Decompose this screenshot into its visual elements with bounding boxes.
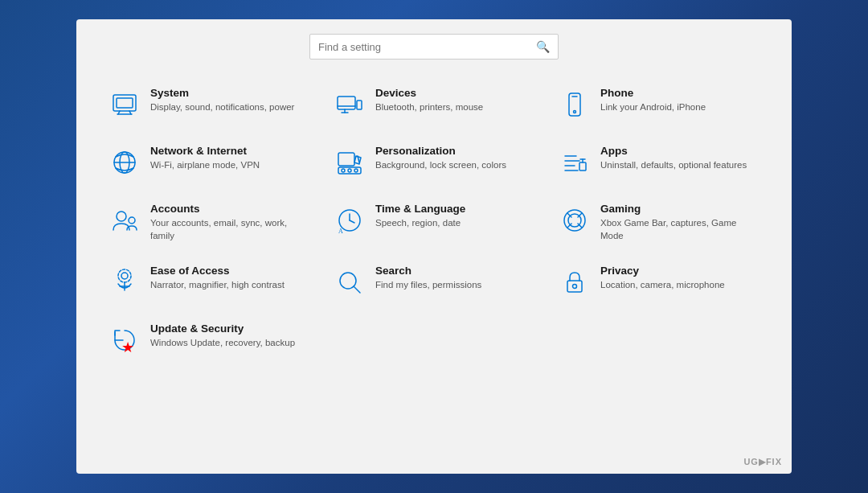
search-desc: Find my files, permissions xyxy=(375,278,481,291)
svg-text:A: A xyxy=(338,228,343,235)
svg-point-21 xyxy=(354,169,358,172)
svg-point-12 xyxy=(574,111,576,113)
network-desc: Wi-Fi, airplane mode, VPN xyxy=(150,158,260,171)
personalization-icon xyxy=(332,145,367,180)
apps-title: Apps xyxy=(600,145,747,157)
setting-item-privacy[interactable]: PrivacyLocation, camera, microphone xyxy=(551,255,768,310)
gaming-title: Gaming xyxy=(600,203,761,215)
devices-desc: Bluetooth, printers, mouse xyxy=(375,101,483,113)
accounts-icon xyxy=(107,203,142,238)
personalization-text: PersonalizationBackground, lock screen, … xyxy=(375,145,506,171)
devices-title: Devices xyxy=(375,87,483,99)
apps-desc: Uninstall, defaults, optional features xyxy=(600,158,747,171)
gaming-desc: Xbox Game Bar, captures, Game Mode xyxy=(600,216,761,242)
apps-icon xyxy=(557,145,592,180)
update-title: Update & Security xyxy=(150,323,295,335)
phone-icon xyxy=(557,87,592,122)
svg-point-48 xyxy=(573,285,577,289)
privacy-title: Privacy xyxy=(600,265,725,277)
network-title: Network & Internet xyxy=(150,145,260,157)
search-bar-container: 🔍 xyxy=(100,34,768,60)
privacy-icon xyxy=(557,265,592,300)
devices-icon xyxy=(332,87,367,122)
gaming-icon xyxy=(557,203,592,238)
svg-line-46 xyxy=(354,286,360,293)
search-title: Search xyxy=(375,265,481,277)
setting-item-personalization[interactable]: PersonalizationBackground, lock screen, … xyxy=(326,135,542,190)
personalization-desc: Background, lock screen, colors xyxy=(375,158,506,171)
watermark: UG▶FIX xyxy=(743,457,782,467)
personalization-title: Personalization xyxy=(375,145,506,157)
time-title: Time & Language xyxy=(375,203,465,215)
svg-point-20 xyxy=(348,169,351,172)
update-text: Update & SecurityWindows Update, recover… xyxy=(150,323,295,349)
svg-point-41 xyxy=(121,273,128,279)
setting-item-update[interactable]: ★Update & SecurityWindows Update, recove… xyxy=(100,313,317,368)
setting-item-apps[interactable]: AppsUninstall, defaults, optional featur… xyxy=(551,135,768,190)
privacy-text: PrivacyLocation, camera, microphone xyxy=(600,265,725,291)
svg-rect-47 xyxy=(567,281,582,292)
svg-rect-6 xyxy=(357,101,362,109)
phone-title: Phone xyxy=(600,87,706,99)
setting-item-accounts[interactable]: AccountsYour accounts, email, sync, work… xyxy=(100,193,317,252)
time-desc: Speech, region, date xyxy=(375,216,465,229)
time-icon: A xyxy=(332,203,367,238)
svg-rect-26 xyxy=(579,162,586,170)
setting-item-phone[interactable]: PhoneLink your Android, iPhone xyxy=(551,77,768,132)
system-title: System xyxy=(150,87,294,99)
gaming-text: GamingXbox Game Bar, captures, Game Mode xyxy=(600,203,761,242)
search-bar[interactable]: 🔍 xyxy=(309,34,559,60)
accounts-text: AccountsYour accounts, email, sync, work… xyxy=(150,203,311,242)
setting-item-system[interactable]: SystemDisplay, sound, notifications, pow… xyxy=(100,77,317,132)
svg-line-33 xyxy=(350,220,354,223)
svg-rect-16 xyxy=(338,153,354,166)
settings-grid: SystemDisplay, sound, notifications, pow… xyxy=(100,77,768,368)
search-text: SearchFind my files, permissions xyxy=(375,265,481,291)
system-desc: Display, sound, notifications, power xyxy=(150,101,294,113)
search-input[interactable] xyxy=(318,41,536,53)
setting-item-time[interactable]: ATime & LanguageSpeech, region, date xyxy=(326,193,542,252)
setting-item-devices[interactable]: DevicesBluetooth, printers, mouse xyxy=(326,77,542,132)
update-star-icon: ★ xyxy=(121,339,134,356)
ease-icon xyxy=(107,265,142,300)
ease-text: Ease of AccessNarrator, magnifier, high … xyxy=(150,265,285,291)
svg-rect-5 xyxy=(338,97,355,109)
network-text: Network & InternetWi-Fi, airplane mode, … xyxy=(150,145,260,171)
search-icon xyxy=(332,265,367,300)
privacy-desc: Location, camera, microphone xyxy=(600,278,725,291)
svg-rect-4 xyxy=(117,98,133,108)
accounts-desc: Your accounts, email, sync, work, family xyxy=(150,216,311,242)
svg-point-19 xyxy=(342,169,345,172)
setting-item-gaming[interactable]: GamingXbox Game Bar, captures, Game Mode xyxy=(551,193,768,252)
setting-item-network[interactable]: Network & InternetWi-Fi, airplane mode, … xyxy=(100,135,317,190)
search-icon: 🔍 xyxy=(536,40,550,53)
system-icon xyxy=(107,87,142,122)
phone-text: PhoneLink your Android, iPhone xyxy=(600,87,706,113)
apps-text: AppsUninstall, defaults, optional featur… xyxy=(600,145,747,171)
ease-title: Ease of Access xyxy=(150,265,285,277)
devices-text: DevicesBluetooth, printers, mouse xyxy=(375,87,483,113)
settings-window: 🔍 SystemDisplay, sound, notifications, p… xyxy=(76,19,792,474)
time-text: Time & LanguageSpeech, region, date xyxy=(375,203,465,229)
network-icon xyxy=(107,145,142,180)
svg-point-30 xyxy=(129,217,135,224)
accounts-title: Accounts xyxy=(150,203,311,215)
setting-item-ease[interactable]: Ease of AccessNarrator, magnifier, high … xyxy=(100,255,317,310)
svg-point-29 xyxy=(117,212,126,221)
setting-item-search[interactable]: SearchFind my files, permissions xyxy=(326,255,542,310)
update-icon: ★ xyxy=(107,323,142,358)
ease-desc: Narrator, magnifier, high contrast xyxy=(150,278,285,291)
phone-desc: Link your Android, iPhone xyxy=(600,101,706,113)
update-desc: Windows Update, recovery, backup xyxy=(150,336,295,349)
svg-point-42 xyxy=(118,269,131,282)
system-text: SystemDisplay, sound, notifications, pow… xyxy=(150,87,294,113)
